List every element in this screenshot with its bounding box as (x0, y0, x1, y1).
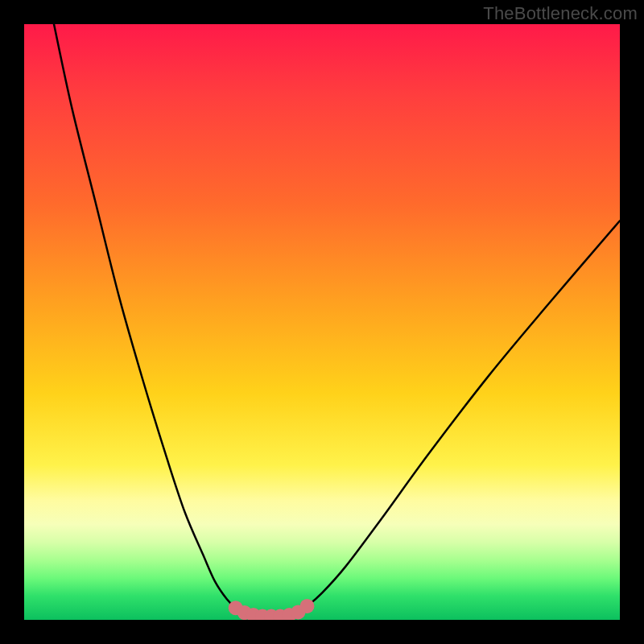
plot-area (24, 24, 620, 620)
valley-marker (300, 599, 315, 613)
bottleneck-curve (24, 24, 620, 620)
curve-path (54, 24, 620, 617)
chart-frame: TheBottleneck.com (0, 0, 644, 644)
watermark-text: TheBottleneck.com (483, 3, 638, 24)
